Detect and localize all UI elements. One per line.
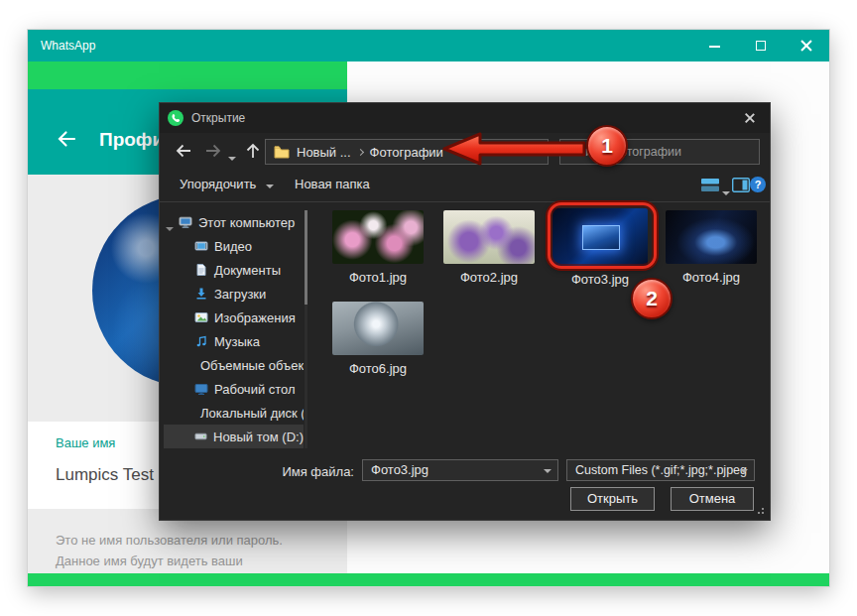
file-thumbnail [666,210,757,264]
filename-value: Фото3.jpg [371,462,428,477]
document-icon [194,263,208,277]
top-green-band [28,62,347,89]
file-name: Фото6.jpg [326,361,429,376]
desktop-icon [194,382,208,396]
sidebar-item-documents[interactable]: Документы [164,258,304,282]
filename-input[interactable]: Фото3.jpg [362,459,558,481]
file-name: Фото2.jpg [437,270,541,285]
sidebar-item-videos[interactable]: Видео [164,234,304,258]
sidebar-item-desktop[interactable]: Рабочий стол [164,377,304,401]
sidebar-item-label: Загрузки [214,287,266,302]
file-item-foto2[interactable]: Фото2.jpg [437,210,541,285]
nav-back-button[interactable] [174,141,193,161]
hint-line: Это не имя пользователя или пароль. [56,530,331,551]
organize-label: Упорядочить [180,177,256,191]
organize-menu-button[interactable]: Упорядочить [180,177,274,191]
change-view-button[interactable] [701,178,719,192]
breadcrumb-item-current[interactable]: Фотографии [370,145,443,160]
filetype-value: Custom Files (*.gif;*.jpg;*.pjpeg [575,463,747,477]
folder-icon [274,145,290,159]
sidebar-item-this-pc[interactable]: Этот компьютер [164,210,304,234]
screenshot-root: WhatsApp Профиль Ваше имя Lumpics Test [0,0,857,616]
chevron-down-icon [740,469,748,473]
sidebar-item-label: Изображения [214,310,296,325]
minimize-icon [709,46,720,48]
sidebar-item-new-volume-d[interactable]: Новый том (D:) [164,425,304,448]
bottom-green-stripe [28,573,829,586]
chevron-down-icon [228,157,236,161]
resize-grip[interactable] [762,512,764,514]
window-controls [692,30,829,62]
chevron-right-icon [357,148,364,155]
annotation-step-2: 2 [631,278,673,319]
navigation-tree: Этот компьютер Видео Документы Загрузки … [164,210,304,448]
nav-history-dropdown[interactable] [228,149,236,164]
minimize-button[interactable] [692,30,738,62]
scrollbar-thumb[interactable] [305,210,307,305]
annotation-highlight-rect [548,202,657,269]
whatsapp-titlebar: WhatsApp [28,30,829,62]
nav-up-button[interactable] [243,141,263,161]
file-thumbnail [443,210,535,264]
toolbar-separator [160,201,770,202]
computer-icon [179,215,192,229]
view-dropdown[interactable] [722,184,730,198]
filetype-select[interactable]: Custom Files (*.gif;*.jpg;*.pjpeg [566,459,755,481]
sidebar-item-music[interactable]: Музыка [164,329,304,353]
annotation-step-1: 1 [586,125,628,167]
nav-forward-button[interactable] [203,141,223,161]
sidebar-item-3d-objects[interactable]: Объемные объекты [164,353,304,377]
file-item-foto1[interactable]: Фото1.jpg [326,210,429,285]
sidebar-item-label: Локальный диск (C:) [200,406,304,421]
file-thumbnail [332,302,424,355]
chevron-down-icon [266,185,274,188]
back-arrow-icon[interactable] [55,127,78,151]
file-name: Фото1.jpg [326,270,429,285]
picture-icon [194,310,208,324]
new-folder-button[interactable]: Новая папка [295,177,370,191]
chevron-down-icon [544,469,551,473]
annotation-arrow [442,131,587,167]
sidebar-item-label: Объемные объекты [200,358,304,373]
file-thumbnail [332,210,424,264]
whatsapp-logo-icon [168,110,184,126]
dialog-title: Открытие [191,103,245,133]
dialog-titlebar: Открытие [160,103,770,133]
download-icon [194,287,208,301]
close-button[interactable] [784,30,829,62]
sidebar-item-label: Видео [214,239,252,254]
disk-icon [194,430,207,443]
music-icon [194,334,208,348]
chevron-down-icon [722,191,730,195]
file-item-foto4[interactable]: Фото4.jpg [660,210,763,285]
sidebar-item-label: Музыка [214,334,260,349]
file-name: Фото4.jpg [660,270,763,285]
open-button[interactable]: Открыть [570,487,655,511]
video-icon [194,239,208,253]
sidebar-scrollbar[interactable] [305,210,307,448]
cancel-button[interactable]: Отмена [671,487,754,511]
window-title: WhatsApp [41,30,95,62]
maximize-button[interactable] [738,30,784,62]
sidebar-item-label: Рабочий стол [214,382,296,397]
sidebar-item-label: Документы [214,263,281,278]
sidebar-item-local-disk-c[interactable]: Локальный диск (C:) [164,401,304,425]
profile-name-value[interactable]: Lumpics Test [56,465,154,485]
breadcrumb-item-root[interactable]: Новый ... [297,145,351,160]
maximize-icon [756,41,766,51]
file-item-foto6[interactable]: Фото6.jpg [326,302,429,376]
help-button[interactable]: ? [750,177,766,192]
sidebar-item-label: Этот компьютер [198,215,295,230]
your-name-label: Ваше имя [56,435,115,450]
close-icon [799,39,813,53]
filename-label: Имя файла: [259,461,354,483]
dialog-close-button[interactable] [730,103,770,133]
sidebar-item-downloads[interactable]: Загрузки [164,282,304,306]
sidebar-item-label: Новый том (D:) [213,430,304,444]
hint-line: Данное имя будут видеть ваши [56,551,331,571]
close-icon [744,112,756,124]
sidebar-item-pictures[interactable]: Изображения [164,306,304,329]
preview-pane-button[interactable] [732,178,750,192]
